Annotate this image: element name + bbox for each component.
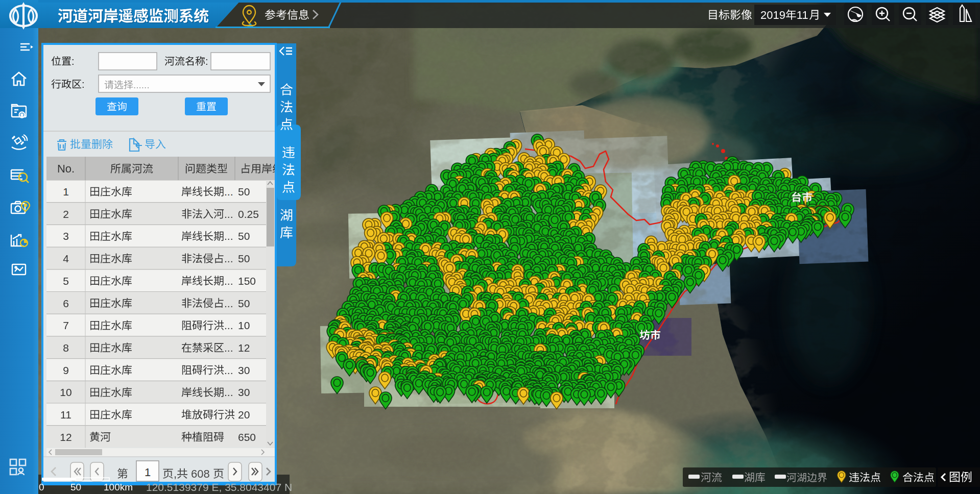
svg-text:100km: 100km	[104, 482, 133, 492]
svg-text:8: 8	[63, 342, 69, 354]
svg-text:150: 150	[238, 275, 256, 287]
svg-text::: :	[205, 56, 208, 67]
svg-text:...: ...	[224, 298, 233, 309]
svg-text:...: ...	[224, 230, 233, 242]
svg-text:608: 608	[191, 467, 210, 480]
svg-text:650: 650	[238, 431, 256, 443]
svg-text:5: 5	[63, 275, 69, 287]
svg-text:2: 2	[63, 208, 69, 220]
svg-text:1: 1	[63, 186, 69, 197]
svg-text:120.5139379 E, 35.8043407 N: 120.5139379 E, 35.8043407 N	[146, 481, 292, 493]
svg-text:9: 9	[63, 364, 69, 376]
svg-text:...: ...	[224, 275, 233, 287]
svg-text:50: 50	[238, 230, 250, 242]
svg-text:12: 12	[60, 431, 71, 443]
svg-text:...: ...	[224, 208, 233, 220]
svg-text:50: 50	[238, 298, 250, 309]
svg-text:No.: No.	[57, 162, 75, 175]
svg-text:...: ...	[224, 186, 233, 197]
svg-text:4: 4	[63, 253, 69, 264]
svg-text:...: ...	[224, 253, 233, 264]
svg-text::: :	[82, 79, 85, 90]
svg-text:10: 10	[238, 319, 250, 331]
svg-text:50: 50	[238, 186, 250, 197]
svg-text:20: 20	[238, 409, 250, 421]
svg-text::: :	[71, 56, 75, 67]
svg-text:11: 11	[797, 9, 808, 21]
svg-text:...: ...	[224, 319, 233, 331]
svg-text:0: 0	[39, 482, 44, 492]
svg-text:2019: 2019	[760, 9, 785, 21]
svg-text:50: 50	[70, 482, 81, 492]
svg-text:0.25: 0.25	[238, 208, 259, 220]
svg-text:6: 6	[63, 298, 69, 309]
svg-text:,: ,	[174, 467, 177, 480]
svg-text:7: 7	[63, 319, 69, 331]
svg-text:3: 3	[63, 230, 69, 242]
svg-text:......: ......	[133, 80, 150, 90]
svg-text:50: 50	[238, 253, 250, 264]
svg-text:30: 30	[238, 364, 250, 376]
svg-text:11: 11	[60, 409, 71, 421]
svg-text:30: 30	[238, 386, 250, 398]
svg-text:...: ...	[224, 364, 233, 376]
svg-text:...: ...	[224, 342, 233, 354]
svg-text:1: 1	[145, 466, 151, 479]
svg-text:...: ...	[224, 386, 233, 398]
svg-text:10: 10	[60, 386, 71, 398]
svg-text:12: 12	[238, 342, 250, 354]
